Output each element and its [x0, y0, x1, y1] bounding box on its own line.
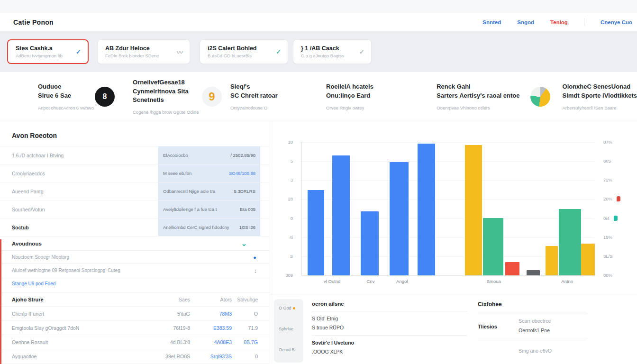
row-mid-label: ElAcooiocbo — [163, 153, 188, 158]
list-item[interactable]: Croolyriaecdos M seee eb.fon SO48/100.88 — [0, 164, 270, 182]
x-axis-tick-label: Cnv — [366, 279, 374, 284]
row-mid-label: Odbanrecntl Njige aole tra — [163, 189, 215, 194]
chart-bar — [465, 145, 482, 275]
link-row: Stange U9 pod Foed — [0, 277, 270, 290]
table-link-value[interactable]: E383.59 — [190, 325, 232, 331]
orange-dot-icon — [293, 307, 295, 309]
chart-bar — [483, 218, 503, 275]
list-item[interactable]: Aluloef wethiogtne 09 Retgoaeol Soprclog… — [0, 264, 270, 277]
y-axis-tick-label: 72% — [603, 177, 612, 182]
stat-card-2[interactable]: AB Zdur Heloce FeDln Brek blonder SDene … — [97, 39, 190, 64]
row-value: SO48/100.88 — [229, 171, 255, 176]
feature-item-1[interactable]: OuduoeSirue 6 Sae Anpot ohuecAcron 6 vwh… — [38, 82, 94, 110]
chevron-down-icon[interactable]: ⌄ — [241, 242, 247, 246]
check-icon: ✓ — [359, 48, 364, 55]
nav-link-4[interactable]: Cnenye Cuo — [601, 19, 632, 25]
tab-2[interactable]: Sphrlue — [274, 327, 303, 347]
feature-item-6[interactable]: OionxheC SenesUonadSlmdt Sporte iVlodtik… — [563, 82, 637, 110]
row-label: Sourhed/Votun — [0, 200, 158, 218]
section-title: Avoudnous — [12, 241, 42, 246]
list-item[interactable]: Soctub Anelliornbd CerC signrd hdodcny 1… — [0, 218, 270, 236]
row-label: Croolyriaecdos — [0, 164, 158, 182]
nav-divider — [584, 18, 584, 26]
chart-bar — [559, 209, 581, 276]
stat-card-title: } 1 /AB Caack — [301, 45, 344, 52]
chart-plot — [301, 142, 595, 275]
top-nav: Snnted Sngod Tenlog Cnenye Cuo — [482, 18, 632, 26]
row-value: 5.3DRLRS — [234, 189, 255, 194]
nav-link-2[interactable]: Sngod — [517, 19, 534, 25]
check-icon: ✓ — [276, 48, 281, 55]
list-item[interactable]: Aueend Pantg Odbanrecntl Njige aole tra … — [0, 182, 270, 200]
stat-card-4[interactable]: } 1 /AB Caack C.o.g aJnutgo Bagtss ✓ — [293, 39, 372, 64]
y-axis-tick-label: 0 — [291, 216, 293, 221]
chart-bar — [361, 211, 379, 275]
feature-item-5[interactable]: Renck GahlSarters Aertisy's raoal entoe … — [437, 82, 519, 110]
tab-3[interactable]: Oenrd B — [274, 347, 303, 364]
summary-value-2: Oerrrofs1 Pne — [519, 328, 551, 333]
table-row: Oenhne Rosault 4d BL3:8 4A08E3 0B.7G — [0, 335, 270, 349]
x-axis-tick-label: Antnn — [561, 279, 573, 284]
nav-link-1[interactable]: Snnted — [482, 19, 501, 25]
main-content: Avon Roeoton 1.6./D actchoar I Btving El… — [0, 121, 637, 364]
column-header: Sblvuhge — [232, 297, 270, 302]
row-mid-label: Aveiyltdoilenge f a fue tca t — [163, 207, 217, 212]
list-item[interactable]: 1.6./D actchoar I Btving ElAcooiocbo / 2… — [0, 146, 270, 164]
y-axis-tick-label: 15% — [603, 235, 612, 240]
blue-dot-icon: ● — [253, 255, 256, 260]
feature-item-4[interactable]: RoeileiA hcateisOnu:linço Eard Orvee Rng… — [326, 82, 437, 110]
x-axis-tick-label: Smoua — [487, 279, 501, 284]
table-row: Emgtoola Slay gOraggdt 7doN 76f19-8 E383… — [0, 321, 270, 335]
activity-content: oeron ailsne S Old' Etnig S troue RÜPO S… — [303, 299, 475, 364]
features-row: OuduoeSirue 6 Sae Anpot ohuecAcron 6 vwh… — [0, 72, 637, 121]
stat-card-title: AB Zdur Heloce — [105, 45, 159, 52]
chart-bar — [418, 144, 435, 275]
table-link-value[interactable]: 4A08E3 — [190, 339, 232, 345]
table-link-value[interactable]: 78M3 — [190, 311, 232, 317]
nav-link-3[interactable]: Tenlog — [550, 19, 568, 25]
y-axis-tick-label: 87% — [603, 139, 612, 145]
row-mid-label: Anelliornbd CerC signrd hdodcny — [163, 225, 229, 230]
row-value: / 2502.85/90 — [230, 153, 255, 158]
more-icon[interactable]: : — [255, 268, 256, 273]
tab-1[interactable]: O God — [274, 306, 303, 327]
x-axis-tick-label: vl Outnd — [324, 279, 340, 284]
feature-title: RoeileiA hcateis — [326, 83, 373, 90]
feature-item-2[interactable]: OrneilvefGesae18Cynmelritnova Sita Scnet… — [133, 78, 194, 115]
y-axis-tick-label: 5 — [291, 158, 293, 164]
stat-card-subtitle: FeDln Brek blonder SDene — [105, 53, 159, 58]
stat-card-3[interactable]: i2S Calert Bohled B.dsCd GD bLuesrBls ✓ — [200, 39, 288, 64]
feature-subtitle: Ontyzainotlouse O — [230, 105, 326, 110]
chart-panel: 10532804iS309 87%80S72%20%0i415%3L/S00% … — [270, 121, 637, 364]
activity-entry[interactable]: Sovtir'e I Uvetuno .OOOG XLPK — [312, 336, 467, 359]
stat-card-title: Stes Cashk.a — [16, 45, 63, 52]
stats-table: Ajoho Strure Saes Ators Sblvuhge Clienlp… — [0, 292, 270, 364]
list-item[interactable]: Sourhed/Votun Aveiyltdoilenge f a fue tc… — [0, 200, 270, 218]
setup-link[interactable]: Stange U9 pod Foed — [12, 281, 55, 286]
chart-bar — [581, 244, 595, 275]
feature-subtitle: Anpot ohuecAcron 6 vwhwo — [38, 105, 94, 110]
stat-card-title: i2S Calert Bohled — [208, 45, 257, 52]
activity-section: O God Sphrlue Oenrd B oeron ailsne S Old… — [270, 294, 475, 364]
stat-card-subtitle: B.dsCd GD bLuesrBls — [208, 53, 257, 58]
feature-title: OrneilvefGesae18 — [133, 79, 185, 86]
feature-item-3[interactable]: Sieq/'sSC Chrelt ratoar Ontyzainotlouse … — [230, 82, 326, 110]
badge-8-icon: 8 — [95, 87, 115, 107]
red-accent-bar — [0, 239, 1, 364]
row-mid-label: M seee eb.fon — [163, 171, 191, 176]
dashboard-page: Catie Ponon Snnted Sngod Tenlog Cnenye C… — [0, 0, 637, 364]
activity-tabs: O God Sphrlue Oenrd B — [274, 299, 303, 363]
chart-bar — [308, 190, 324, 275]
summary-title: Cixfohee — [478, 301, 587, 312]
gridline — [301, 275, 595, 276]
activity-entry[interactable]: S Old' Etnig S troue RÜPO — [312, 311, 467, 336]
y-axis-tick-label: 00% — [603, 273, 612, 278]
bar-chart: 10532804iS309 87%80S72%20%0i415%3L/S00% … — [270, 121, 637, 294]
list-item[interactable]: Nbuctoem Sooegr Nlootorg ● — [0, 250, 270, 264]
row-label: Aluloef wethiogtne 09 Retgoaeol Soprclog… — [12, 268, 120, 273]
table-link-value[interactable]: Srgl93'3S — [190, 354, 232, 359]
collapsible-section[interactable]: Avoudnous ⌄ — [0, 236, 270, 250]
gridline — [301, 142, 595, 143]
stat-card-1[interactable]: Stes Cashk.a AdBeru Ivvtymgrnon ltb ✓ — [7, 39, 89, 64]
table-row: Clienlp IFunert 5'itaG 78M3 O — [0, 307, 270, 321]
